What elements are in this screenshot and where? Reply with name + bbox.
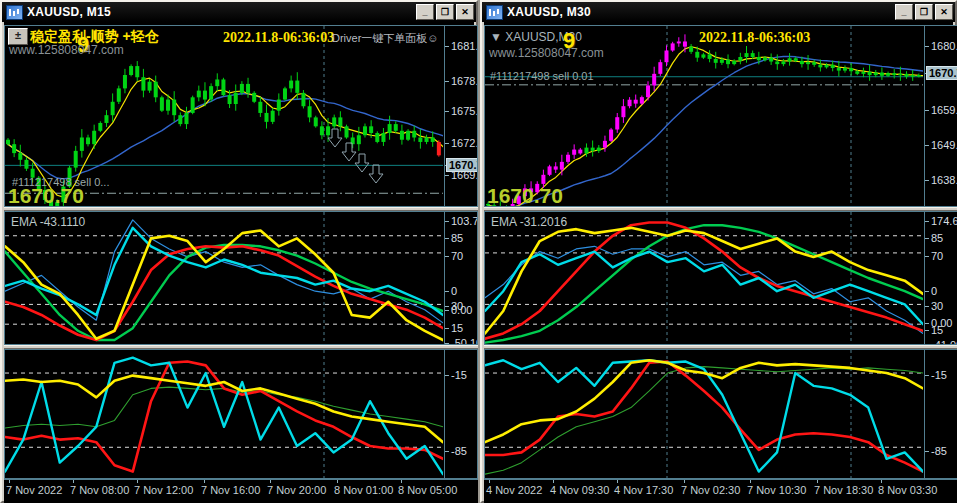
main-chart-panel[interactable]: ±稳定盈利-顺势 +轻仓92022.11.8-06:36:03Driver一键下… [4,25,478,207]
indicator-panel-2[interactable]: -15-85 [4,349,478,479]
trend-arrow-icon [328,129,342,147]
time-label: 7 Nov 08:00 [70,484,129,496]
time-tick [817,480,818,483]
indicator-canvas[interactable] [5,350,443,478]
scale-tick [445,221,449,222]
indicator-panel-1[interactable]: EMA -43.1110103.749585700300.0015-50.104… [4,211,478,345]
time-axis[interactable]: 7 Nov 20227 Nov 08:007 Nov 12:007 Nov 16… [4,479,478,503]
time-tick [204,480,205,483]
time-label: 4 Nov 17:30 [614,484,673,496]
indicator-scale[interactable]: -15-85 [924,350,957,478]
price-scale[interactable]: 1680.201670.701659.501649.001638.801628.… [924,26,957,206]
price-scale-label: 70 [931,250,943,262]
scale-tick [925,221,929,222]
price-scale-label: 15 [931,324,943,336]
trend-arrow-icon [369,165,383,183]
scale-tick [925,375,929,376]
time-tick [750,480,751,483]
driver-panel-label: Driver一键下单面板☺ [332,31,439,46]
time-label: 7 Nov 02:30 [681,484,740,496]
scale-tick [445,343,449,344]
window-title: XAUUSD, M15 [27,5,111,19]
scale-tick [445,81,449,82]
scale-tick [445,238,449,239]
price-scale-label: -85 [451,445,467,457]
indicator-panel-1[interactable]: EMA -31.2016174.622485700300.0015-41.002… [484,211,957,345]
time-label: 8 Nov 05:00 [398,484,457,496]
time-label: 4 Nov 2022 [486,484,542,496]
window-titlebar[interactable]: XAUUSD, M30 _ ❐ ✕ [482,2,955,22]
close-button[interactable]: ✕ [456,4,474,20]
price-scale-label: -15 [931,369,947,381]
mt4-workspace: { "palette":{ "candle_up":"#00d414","can… [0,0,957,503]
indicator-scale[interactable]: -15-85 [444,350,478,478]
close-button[interactable]: ✕ [935,4,953,20]
maximize-button[interactable]: ❐ [915,4,933,20]
time-tick [553,480,554,483]
scale-tick [925,145,929,146]
indicator-canvas[interactable] [485,212,923,344]
maximize-button[interactable]: ❐ [436,4,454,20]
time-label: 7 Nov 12:00 [134,484,193,496]
chart-window-xauusd-m30: XAUUSD, M30 _ ❐ ✕ ▼ XAUUSD,M3092022.11.8… [480,0,957,503]
price-scale-label: 1659.50 [931,104,957,116]
watermark-label: www.125808047.com [9,43,124,57]
chart-window-icon [6,5,23,20]
scale-tick [925,256,929,257]
price-scale-label: 103.7495 [451,215,478,227]
price-scale-label: -50.1044 [451,337,478,345]
time-tick [270,480,271,483]
time-label: 7 Nov 20:00 [267,484,326,496]
scale-tick [445,375,449,376]
price-scale-label: 0 [931,285,937,297]
minimize-button[interactable]: _ [416,4,434,20]
price-scale-label: 1678.45 [451,75,478,87]
price-scale-label: 1675.50 [451,105,478,117]
scale-tick [925,306,929,307]
scale-tick [445,111,449,112]
time-label: 4 Nov 09:30 [550,484,609,496]
scale-tick [925,46,929,47]
scale-tick [445,328,449,329]
price-scale-label: 1681.40 [451,40,478,52]
time-tick [881,480,882,483]
price-scale-label: 70 [451,250,463,262]
order-label: #111217498 sell 0.01 [490,70,594,82]
chart-body[interactable]: ▼ XAUUSD,M3092022.11.8-06:36:03www.12580… [484,22,953,499]
scale-tick [925,330,929,331]
ema-label: EMA -43.1110 [11,215,85,229]
main-chart-panel[interactable]: ▼ XAUUSD,M3092022.11.8-06:36:03www.12580… [484,25,957,207]
scale-tick [925,180,929,181]
time-tick [73,480,74,483]
window-title: XAUUSD, M30 [507,5,591,19]
trend-arrow-icon [342,143,356,161]
time-tick [337,480,338,483]
time-label: 7 Nov 10:30 [747,484,806,496]
price-scale-label: 1680.20 [931,40,957,52]
time-tick [617,480,618,483]
time-label: 7 Nov 16:00 [201,484,260,496]
scale-tick [445,306,449,307]
indicator-canvas[interactable] [485,350,923,478]
price-scale-label: 85 [931,232,943,244]
indicator-panel-2[interactable]: -15-85 [484,349,957,479]
time-tick [684,480,685,483]
indicator-scale[interactable]: 174.622485700300.0015-41.0027 [924,212,957,344]
time-tick [137,480,138,483]
price-scale-label: 174.6224 [931,215,957,227]
time-tick [489,480,490,483]
scale-tick [925,110,929,111]
price-scale-label: 1649.00 [931,139,957,151]
minimize-button[interactable]: _ [895,4,913,20]
price-scale-label: 30 [931,300,943,312]
time-axis[interactable]: 4 Nov 20224 Nov 09:304 Nov 17:307 Nov 02… [484,479,957,503]
big-price-label: 1670.70 [8,184,84,207]
price-scale[interactable]: 1681.401678.451675.501672.601670.701669.… [444,26,478,206]
chart-body[interactable]: ±稳定盈利-顺势 +轻仓92022.11.8-06:36:03Driver一键下… [4,22,474,499]
indicator-scale[interactable]: 103.749585700300.0015-50.1044 [444,212,478,344]
price-scale-label: 1669.65 [451,169,478,181]
window-titlebar[interactable]: XAUUSD, M15 _ ❐ ✕ [2,2,476,22]
indicator-canvas[interactable] [5,212,443,344]
price-scale-label: -15 [451,369,467,381]
time-tick [9,480,10,483]
